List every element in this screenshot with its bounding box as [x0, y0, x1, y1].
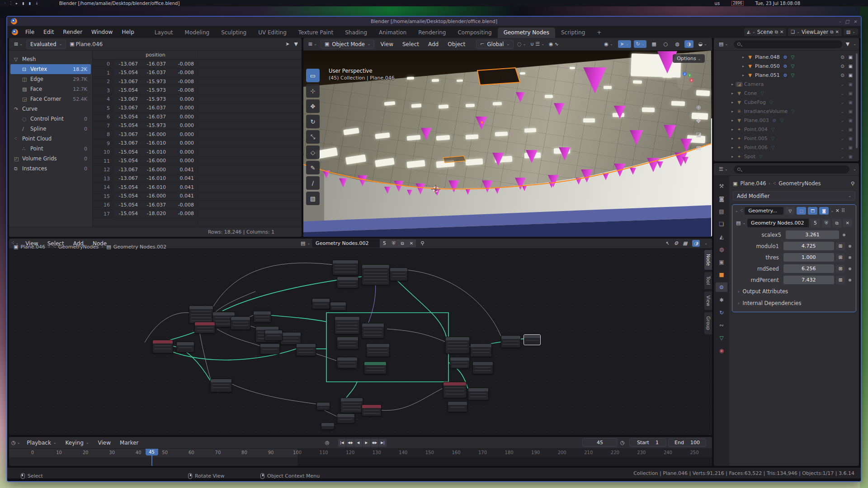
cage-toggle[interactable]: ⬚	[797, 207, 806, 215]
menu-add[interactable]: Add	[424, 41, 443, 47]
start-frame-field[interactable]: Start1	[629, 438, 666, 447]
tab-constraints[interactable]: ∾	[716, 320, 727, 330]
tab-particles[interactable]: ✱	[716, 295, 727, 305]
shading-material-button[interactable]: ◑	[684, 40, 693, 48]
tab-modeling[interactable]: Modeling	[179, 28, 216, 38]
visibility-toggles[interactable]: ⌄▣	[840, 82, 853, 87]
shading-wireframe-button[interactable]: ○	[661, 40, 670, 48]
breadcrumb-geometrynodes[interactable]: ⁖GeometryNodes	[53, 244, 99, 250]
expand-icon[interactable]: ▸	[740, 64, 746, 68]
outliner-row-point-006[interactable]: ▸✦Point.006▽⌄▣	[714, 143, 859, 152]
render-visibility-icon[interactable]: ▣	[849, 154, 853, 159]
visibility-toggles[interactable]: ⌄▣	[840, 91, 853, 96]
input-attribute-toggle[interactable]: ⊞	[836, 253, 845, 262]
menu-marker[interactable]: Marker	[115, 440, 143, 446]
graph-node[interactable]	[330, 302, 346, 311]
graph-node[interactable]	[296, 343, 316, 356]
graph-node[interactable]	[362, 264, 390, 285]
outliner-row-plane-003[interactable]: ▸▼Plane.003⚙▽⌄▣	[714, 116, 859, 125]
options-button[interactable]: Options ⌄	[673, 54, 705, 63]
menu-playback[interactable]: Playback⌄	[22, 440, 61, 446]
graph-node[interactable]	[362, 404, 382, 416]
selection-filter-icon[interactable]: ➤	[285, 41, 289, 47]
graph-node[interactable]	[189, 305, 213, 324]
rndpercent-value-field[interactable]: 7.432	[783, 276, 834, 284]
axis-y[interactable]: Y	[688, 73, 692, 77]
zoom-icon[interactable]: ⊕	[696, 104, 701, 111]
render-visibility-icon[interactable]: ▣	[849, 73, 853, 78]
selected-plane-small[interactable]	[443, 156, 466, 163]
render-visibility-icon[interactable]: ▣	[849, 145, 853, 150]
eye-closed-icon[interactable]: ⌄	[840, 118, 844, 123]
breadcrumb-nodetree[interactable]: GeometryNodes	[778, 180, 821, 187]
outliner-row-cone[interactable]: ▸▼Cone▽⌄▣	[714, 89, 859, 98]
visibility-toggles[interactable]: ⌄▣	[840, 154, 853, 159]
editor-type-button[interactable]: ⊞⌄	[12, 40, 25, 48]
editor-type-button[interactable]: ⊞⌄	[306, 40, 319, 48]
graph-node[interactable]	[362, 323, 384, 338]
pivot-button[interactable]: ◌⌄	[515, 40, 528, 48]
copy-icon[interactable]: ⧉	[775, 29, 778, 35]
proportional-edit-button[interactable]: ◉∿	[547, 40, 561, 48]
delete-icon[interactable]: ✕	[835, 208, 840, 214]
playback-button-0[interactable]: |◀	[338, 439, 346, 447]
stopwatch-icon[interactable]: ◷	[620, 440, 625, 446]
chevron-down-icon[interactable]: ⌄	[853, 167, 856, 171]
unlink-icon[interactable]: ✕	[843, 219, 852, 227]
domain-face[interactable]: ▨Face12.7K	[10, 84, 91, 94]
expand-icon[interactable]: ▸	[729, 100, 736, 104]
editor-type-button[interactable]: ☰⌄	[717, 165, 730, 173]
overlays-button[interactable]: ▦	[649, 40, 658, 48]
input-attribute-toggle[interactable]: ⊞	[836, 265, 845, 273]
visibility-toggles[interactable]: ⌄▣	[840, 136, 853, 141]
eye-closed-icon[interactable]: ⌄	[840, 91, 844, 96]
domain-volume-grids[interactable]: ◰Volume Grids0	[10, 154, 91, 164]
keyboard-layout-indicator[interactable]: us	[715, 1, 720, 6]
sidebar-tab-view[interactable]: View	[704, 291, 712, 311]
blender-menu-icon[interactable]	[12, 29, 18, 35]
viewlayer-selector[interactable]: ❏⌄ ViewLayer ⧉✕	[788, 28, 842, 36]
move-tool[interactable]: ✥	[306, 99, 320, 113]
measure-tool[interactable]: ∕	[306, 176, 320, 190]
selected-plane[interactable]	[477, 68, 520, 85]
outliner-row-point-004[interactable]: ▸✦Point.004▽⌄▣	[714, 125, 859, 134]
graph-node[interactable]	[448, 401, 467, 412]
users-count[interactable]: 5	[380, 239, 389, 248]
minimize-icon[interactable]: –	[839, 19, 841, 24]
parent-snap-icon[interactable]: ↖	[665, 240, 669, 246]
scene-selector[interactable]: ◭⌄ Scene ⧉✕	[744, 28, 786, 36]
outliner-row-cubefog[interactable]: ▸▼CubeFog▽⌄▣	[714, 98, 859, 107]
eye-closed-icon[interactable]: ⌄	[840, 100, 844, 105]
menu-view[interactable]: View	[376, 41, 397, 47]
render-visibility-icon[interactable]: ▣	[849, 118, 853, 123]
graph-node[interactable]	[364, 361, 387, 374]
domain-point-cloud[interactable]: ⁖Point Cloud	[10, 134, 91, 144]
expand-icon[interactable]: ▸	[729, 82, 736, 86]
users-count[interactable]: 5	[811, 219, 820, 227]
graph-node[interactable]	[321, 422, 335, 430]
column-header[interactable]: position	[93, 51, 302, 60]
evaluated-dropdown[interactable]: Evaluated⌄	[26, 40, 66, 49]
menu-edit[interactable]: Edit	[39, 29, 58, 35]
graph-node[interactable]	[152, 340, 173, 353]
shading-rendered-button[interactable]: ◒⌄	[696, 40, 709, 48]
pin-icon[interactable]: ⚲	[420, 240, 424, 246]
tab-texture-paint[interactable]: Texture Paint	[292, 28, 339, 38]
snap-button[interactable]: ∪☰⌄	[528, 40, 547, 48]
modifier-name-field[interactable]: Geometry...	[745, 207, 783, 215]
thres-value-field[interactable]: 1.000	[783, 253, 834, 262]
expand-icon[interactable]: ▸	[729, 145, 736, 150]
menu-view[interactable]: View	[94, 440, 115, 446]
current-frame-field[interactable]: 45	[582, 438, 618, 447]
filter-icon[interactable]: ▼	[294, 41, 298, 47]
os-workspace-icons[interactable]: ·⁚▸▮▮↓	[0, 1, 38, 5]
graph-node[interactable]	[316, 402, 330, 410]
edit-mode-toggle[interactable]: ▽	[785, 207, 795, 215]
add-workspace-button[interactable]: +	[591, 28, 607, 38]
expand-icon[interactable]: ▸	[729, 155, 736, 159]
tab-shading[interactable]: Shading	[339, 28, 373, 38]
graph-node[interactable]	[337, 337, 359, 349]
decorator-dot[interactable]	[849, 245, 851, 248]
graph-node[interactable]	[472, 361, 493, 374]
tab-uv-editing[interactable]: UV Editing	[252, 28, 292, 38]
